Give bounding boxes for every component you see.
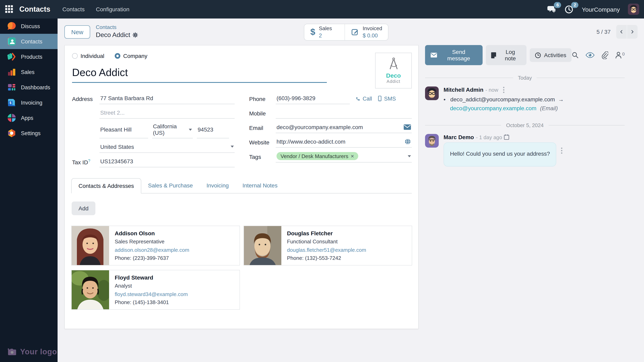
contact-email[interactable]: addison.olson28@example.com <box>115 246 189 254</box>
website-input[interactable]: http://www.deco-addict.com <box>276 137 412 148</box>
contact-email[interactable]: floyd.steward34@example.com <box>115 290 188 299</box>
email-input[interactable]: deco@yourcompany.example.com <box>276 122 412 133</box>
sidebar-item-products[interactable]: Products <box>0 49 58 64</box>
calendar-icon[interactable] <box>504 135 509 140</box>
sales-stat-button[interactable]: $ Sales 2 <box>304 24 344 40</box>
attachments-button[interactable] <box>601 51 608 59</box>
tags-input[interactable]: Vendor / Desk Manufacturers × <box>276 151 412 162</box>
sidebar-your-logo[interactable]: Your logo <box>7 348 57 356</box>
apps-grid-icon[interactable] <box>0 0 18 18</box>
envelope-icon[interactable] <box>404 124 411 130</box>
mobile-label: Mobile <box>249 110 276 116</box>
activities-schedule-button[interactable]: Activities <box>530 48 571 62</box>
sidebar-item-dashboards[interactable]: Dashboards <box>0 80 58 95</box>
sidebar-item-sales[interactable]: Sales <box>0 64 58 80</box>
messages-button[interactable]: 6 <box>547 5 556 14</box>
user-avatar[interactable] <box>628 3 639 15</box>
search-messages-button[interactable] <box>572 51 579 59</box>
menu-configuration[interactable]: Configuration <box>96 6 130 12</box>
company-logo[interactable]: Deco Addict <box>375 53 412 88</box>
radio-individual[interactable]: Individual <box>72 53 104 59</box>
chatter-icons: 0 <box>572 51 625 59</box>
city-input[interactable]: Pleasant Hill <box>100 122 148 138</box>
chatter-buttons: Send message Log note Activities <box>425 45 625 65</box>
menu-contacts[interactable]: Contacts <box>62 6 85 12</box>
followers-button[interactable]: 0 <box>615 51 625 59</box>
gear-icon[interactable] <box>132 32 138 38</box>
sidebar: Discuss Contacts Products <box>0 18 58 362</box>
tags-caret-icon[interactable] <box>408 155 411 157</box>
sidebar-item-contacts[interactable]: Contacts <box>0 34 58 49</box>
tracking-new-email[interactable]: deco@yourcompany.example.com <box>450 105 536 111</box>
company-switcher[interactable]: YourCompany <box>582 6 620 13</box>
contact-email[interactable]: douglas.fletcher51@example.com <box>287 246 366 254</box>
phone-input[interactable]: (603)-996-3829 <box>276 93 350 104</box>
followers-count: 0 <box>622 51 625 56</box>
camera-plus-icon <box>7 348 17 356</box>
message-options-icon[interactable] <box>561 148 562 154</box>
invoiced-pencil-icon <box>351 28 359 36</box>
dashboards-icon <box>7 82 16 92</box>
send-message-button[interactable]: Send message <box>425 45 483 65</box>
message-options-icon[interactable] <box>503 87 504 93</box>
fields-left: Address 77 Santa Barbara Rd Street 2... … <box>72 93 235 171</box>
tag-remove-icon[interactable]: × <box>351 153 354 159</box>
activities-button[interactable]: 2 <box>564 5 574 14</box>
marc-demo-avatar[interactable] <box>425 134 439 148</box>
new-button[interactable]: New <box>64 25 90 38</box>
products-icon <box>7 52 16 61</box>
sidebar-item-invoicing[interactable]: $ Invoicing <box>0 95 58 110</box>
radio-company-circle[interactable] <box>115 53 120 59</box>
mitchell-admin-avatar[interactable] <box>425 86 439 100</box>
country-caret-icon[interactable] <box>231 146 234 148</box>
breadcrumb-parent[interactable]: Contacts <box>96 24 138 31</box>
company-name-input[interactable]: Deco Addict <box>72 65 327 83</box>
street-input[interactable]: 77 Santa Barbara Rd <box>100 93 235 104</box>
contact-form-sheet: Individual Company Deco Addict Deco Addi… <box>64 45 418 329</box>
chevron-right-icon <box>630 29 635 34</box>
tax-help-icon[interactable]: ? <box>88 158 90 163</box>
tab-invoicing[interactable]: Invoicing <box>200 178 236 193</box>
zip-input[interactable]: 94523 <box>197 122 229 138</box>
sidebar-item-settings[interactable]: Settings <box>0 125 58 141</box>
contact-phone: Phone: (132)-553-7242 <box>287 254 366 263</box>
activity-clock-icon <box>535 52 541 58</box>
message-bubble: Hello! Could you send us your address? <box>444 143 556 167</box>
contact-card-floyd-steward[interactable]: Floyd Steward Analyst floyd.steward34@ex… <box>71 270 240 310</box>
followers-eye-button[interactable] <box>586 52 594 58</box>
sidebar-item-discuss[interactable]: Discuss <box>0 18 58 34</box>
state-select[interactable]: California (US) <box>152 122 193 138</box>
radio-individual-circle[interactable] <box>72 53 78 59</box>
call-link[interactable]: Call <box>356 96 372 102</box>
sidebar-item-apps[interactable]: Apps <box>0 110 58 125</box>
tab-contacts-addresses[interactable]: Contacts & Addresses <box>71 178 141 193</box>
country-select[interactable]: United States <box>100 142 235 153</box>
tab-internal-notes[interactable]: Internal Notes <box>236 178 284 193</box>
contact-card-addison-olson[interactable]: Addison Olson Sales Representative addis… <box>71 226 240 266</box>
state-caret-icon[interactable] <box>189 128 192 130</box>
street2-input[interactable]: Street 2... <box>100 108 235 119</box>
message-author: Marc Demo <box>444 134 474 141</box>
sms-link[interactable]: SMS <box>378 96 396 102</box>
tab-sales-purchase[interactable]: Sales & Purchase <box>141 178 200 193</box>
pager-next-button[interactable] <box>627 25 638 39</box>
addison-olson-photo <box>72 226 109 265</box>
log-note-button[interactable]: Log note <box>486 45 526 65</box>
tag-vendor-desk-manufacturers[interactable]: Vendor / Desk Manufacturers × <box>276 152 358 160</box>
floyd-steward-photo <box>72 270 109 309</box>
globe-icon[interactable] <box>404 138 411 145</box>
app-brand[interactable]: Contacts <box>19 5 50 13</box>
contacts-icon <box>7 37 16 46</box>
mitchell-admin-avatar-image <box>425 86 439 100</box>
add-contact-button[interactable]: Add <box>72 202 96 215</box>
bullet: • <box>444 96 446 103</box>
contact-card-douglas-fletcher[interactable]: Douglas Fletcher Functional Consultant d… <box>244 226 412 266</box>
radio-company[interactable]: Company <box>115 53 147 59</box>
arrow-right-icon: → <box>558 96 564 103</box>
mobile-input[interactable] <box>276 108 412 119</box>
tax-id-input[interactable]: US12345673 <box>100 156 235 167</box>
contact-name: Addison Olson <box>115 229 189 238</box>
pager-previous-button[interactable] <box>616 25 627 39</box>
invoiced-stat-button[interactable]: Invoiced $ 0.00 <box>344 24 388 40</box>
phone-icon <box>356 96 361 101</box>
